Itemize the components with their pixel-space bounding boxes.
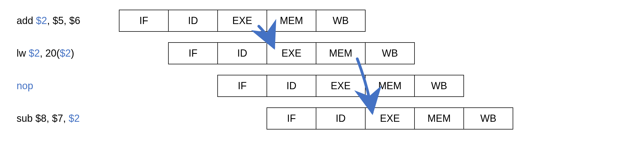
instruction-text: sub $8, $7, $2 (17, 113, 119, 124)
highlight-register: $2 (36, 15, 47, 26)
stage-cell: MEM (316, 42, 366, 64)
stage-cell: ID (168, 10, 218, 32)
stage-cell: WB (414, 75, 464, 97)
stage-cell: MEM (365, 75, 415, 97)
pipeline-row: sub $8, $7, $2IFIDEXEMEMWB (17, 106, 633, 131)
stage-cell: ID (316, 107, 366, 130)
pipeline-stages: IFIDEXEMEMWB (217, 75, 464, 97)
stage-cell: MEM (267, 10, 316, 32)
pipeline-stages: IFIDEXEMEMWB (119, 10, 366, 32)
pipeline-row: add $2, $5, $6IFIDEXEMEMWB (17, 8, 633, 33)
stage-cell: ID (217, 42, 267, 64)
pipeline-row: nopIFIDEXEMEMWB (17, 73, 633, 98)
stage-cell: EXE (217, 10, 267, 32)
instruction-text: nop (17, 80, 119, 92)
stage-cell: IF (119, 10, 169, 32)
stage-cell: EXE (267, 42, 316, 64)
highlight-register: nop (17, 80, 33, 91)
stage-cell: EXE (365, 107, 415, 130)
stage-cell: IF (217, 75, 267, 97)
stage-cell: IF (168, 42, 218, 64)
stage-cell: WB (316, 10, 366, 32)
pipeline-row: lw $2, 20($2)IFIDEXEMEMWB (17, 41, 633, 66)
instruction-text: add $2, $5, $6 (17, 15, 119, 27)
stage-cell: EXE (316, 75, 366, 97)
stage-cell: MEM (414, 107, 464, 130)
instruction-text: lw $2, 20($2) (17, 47, 119, 59)
stage-cell: WB (365, 42, 415, 64)
highlight-register: $2 (69, 113, 80, 124)
pipeline-diagram: add $2, $5, $6IFIDEXEMEMWBlw $2, 20($2)I… (17, 8, 633, 131)
highlight-register: $2 (60, 47, 71, 59)
pipeline-stages: IFIDEXEMEMWB (168, 42, 415, 64)
stage-cell: WB (463, 107, 513, 130)
stage-cell: ID (267, 75, 316, 97)
stage-cell: IF (267, 107, 316, 130)
pipeline-stages: IFIDEXEMEMWB (267, 107, 513, 130)
highlight-register: $2 (29, 47, 40, 59)
